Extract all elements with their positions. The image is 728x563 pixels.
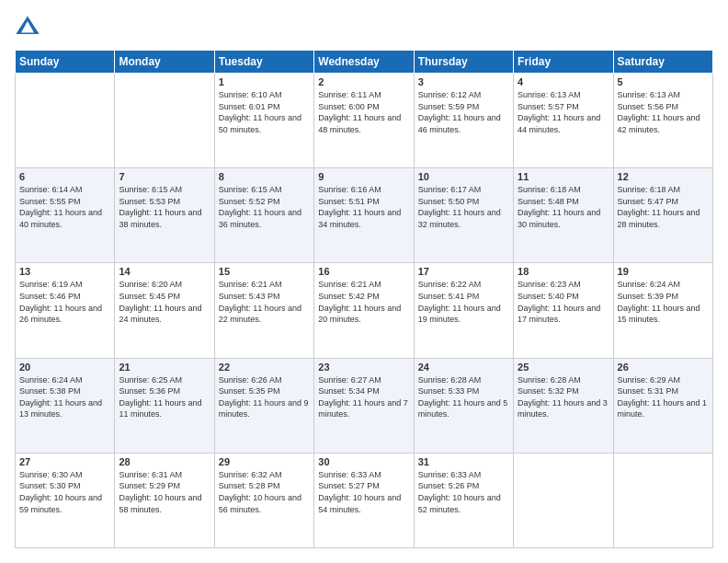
- calendar-cell: [16, 74, 115, 168]
- calendar-week-4: 20Sunrise: 6:24 AM Sunset: 5:38 PM Dayli…: [16, 358, 713, 453]
- calendar-cell: 26Sunrise: 6:29 AM Sunset: 5:31 PM Dayli…: [613, 358, 712, 453]
- day-number: 5: [618, 76, 709, 87]
- day-info: Sunrise: 6:27 AM Sunset: 5:34 PM Dayligh…: [318, 374, 409, 420]
- day-info: Sunrise: 6:24 AM Sunset: 5:39 PM Dayligh…: [618, 279, 709, 325]
- calendar-table: SundayMondayTuesdayWednesdayThursdayFrid…: [15, 50, 713, 548]
- calendar-cell: 23Sunrise: 6:27 AM Sunset: 5:34 PM Dayli…: [314, 358, 414, 453]
- day-info: Sunrise: 6:12 AM Sunset: 5:59 PM Dayligh…: [418, 89, 509, 135]
- page: SundayMondayTuesdayWednesdayThursdayFrid…: [0, 0, 728, 563]
- day-info: Sunrise: 6:28 AM Sunset: 5:33 PM Dayligh…: [418, 374, 509, 420]
- calendar-cell: 7Sunrise: 6:15 AM Sunset: 5:53 PM Daylig…: [115, 168, 214, 263]
- day-info: Sunrise: 6:33 AM Sunset: 5:27 PM Dayligh…: [318, 469, 409, 515]
- calendar-header-monday: Monday: [115, 51, 214, 74]
- calendar-header-thursday: Thursday: [414, 51, 513, 74]
- calendar-cell: 3Sunrise: 6:12 AM Sunset: 5:59 PM Daylig…: [414, 74, 513, 168]
- day-number: 25: [518, 362, 609, 373]
- calendar-cell: 2Sunrise: 6:11 AM Sunset: 6:00 PM Daylig…: [314, 74, 414, 168]
- calendar-cell: 12Sunrise: 6:18 AM Sunset: 5:47 PM Dayli…: [613, 168, 712, 263]
- calendar-header-saturday: Saturday: [613, 51, 712, 74]
- day-number: 28: [119, 456, 210, 467]
- calendar-week-2: 6Sunrise: 6:14 AM Sunset: 5:55 PM Daylig…: [16, 168, 713, 263]
- day-info: Sunrise: 6:16 AM Sunset: 5:51 PM Dayligh…: [318, 184, 409, 230]
- calendar-cell: 1Sunrise: 6:10 AM Sunset: 6:01 PM Daylig…: [214, 74, 313, 168]
- day-number: 23: [318, 362, 409, 373]
- calendar-cell: 22Sunrise: 6:26 AM Sunset: 5:35 PM Dayli…: [214, 358, 313, 453]
- day-number: 3: [418, 76, 509, 87]
- day-info: Sunrise: 6:18 AM Sunset: 5:47 PM Dayligh…: [618, 184, 709, 230]
- header: [15, 15, 713, 40]
- calendar-cell: [514, 453, 613, 547]
- calendar-cell: 10Sunrise: 6:17 AM Sunset: 5:50 PM Dayli…: [414, 168, 513, 263]
- day-number: 10: [418, 171, 509, 182]
- day-number: 27: [19, 456, 110, 467]
- day-info: Sunrise: 6:19 AM Sunset: 5:46 PM Dayligh…: [19, 279, 110, 325]
- calendar-week-5: 27Sunrise: 6:30 AM Sunset: 5:30 PM Dayli…: [16, 453, 713, 547]
- day-info: Sunrise: 6:20 AM Sunset: 5:45 PM Dayligh…: [119, 279, 210, 325]
- day-info: Sunrise: 6:30 AM Sunset: 5:30 PM Dayligh…: [19, 469, 110, 515]
- day-info: Sunrise: 6:17 AM Sunset: 5:50 PM Dayligh…: [418, 184, 509, 230]
- day-number: 30: [318, 456, 409, 467]
- calendar-cell: 28Sunrise: 6:31 AM Sunset: 5:29 PM Dayli…: [115, 453, 214, 547]
- day-number: 6: [19, 171, 110, 182]
- calendar-cell: 21Sunrise: 6:25 AM Sunset: 5:36 PM Dayli…: [115, 358, 214, 453]
- calendar-cell: 30Sunrise: 6:33 AM Sunset: 5:27 PM Dayli…: [314, 453, 414, 547]
- day-info: Sunrise: 6:22 AM Sunset: 5:41 PM Dayligh…: [418, 279, 509, 325]
- day-number: 11: [518, 171, 609, 182]
- day-info: Sunrise: 6:13 AM Sunset: 5:56 PM Dayligh…: [618, 89, 709, 135]
- day-number: 13: [19, 266, 110, 277]
- day-number: 15: [219, 266, 310, 277]
- day-number: 22: [219, 362, 310, 373]
- day-info: Sunrise: 6:32 AM Sunset: 5:28 PM Dayligh…: [219, 469, 310, 515]
- day-number: 12: [618, 171, 709, 182]
- calendar-week-3: 13Sunrise: 6:19 AM Sunset: 5:46 PM Dayli…: [16, 263, 713, 358]
- day-number: 2: [318, 76, 409, 87]
- day-info: Sunrise: 6:24 AM Sunset: 5:38 PM Dayligh…: [19, 374, 110, 420]
- day-number: 24: [418, 362, 509, 373]
- calendar-cell: 4Sunrise: 6:13 AM Sunset: 5:57 PM Daylig…: [514, 74, 613, 168]
- day-info: Sunrise: 6:21 AM Sunset: 5:43 PM Dayligh…: [219, 279, 310, 325]
- logo-icon: [15, 15, 40, 40]
- day-info: Sunrise: 6:10 AM Sunset: 6:01 PM Dayligh…: [219, 89, 310, 135]
- day-info: Sunrise: 6:13 AM Sunset: 5:57 PM Dayligh…: [518, 89, 609, 135]
- day-info: Sunrise: 6:11 AM Sunset: 6:00 PM Dayligh…: [318, 89, 409, 135]
- calendar-cell: 24Sunrise: 6:28 AM Sunset: 5:33 PM Dayli…: [414, 358, 513, 453]
- day-number: 29: [219, 456, 310, 467]
- day-number: 31: [418, 456, 509, 467]
- day-number: 21: [119, 362, 210, 373]
- calendar-cell: 5Sunrise: 6:13 AM Sunset: 5:56 PM Daylig…: [613, 74, 712, 168]
- day-number: 8: [219, 171, 310, 182]
- calendar-header-row: SundayMondayTuesdayWednesdayThursdayFrid…: [16, 51, 713, 74]
- calendar-cell: 14Sunrise: 6:20 AM Sunset: 5:45 PM Dayli…: [115, 263, 214, 358]
- calendar-header-friday: Friday: [514, 51, 613, 74]
- day-number: 19: [618, 266, 709, 277]
- day-info: Sunrise: 6:25 AM Sunset: 5:36 PM Dayligh…: [119, 374, 210, 420]
- day-info: Sunrise: 6:33 AM Sunset: 5:26 PM Dayligh…: [418, 469, 509, 515]
- calendar-cell: 19Sunrise: 6:24 AM Sunset: 5:39 PM Dayli…: [613, 263, 712, 358]
- day-number: 18: [518, 266, 609, 277]
- calendar-cell: 13Sunrise: 6:19 AM Sunset: 5:46 PM Dayli…: [16, 263, 115, 358]
- day-info: Sunrise: 6:15 AM Sunset: 5:52 PM Dayligh…: [219, 184, 310, 230]
- logo: [15, 15, 44, 40]
- calendar-cell: 9Sunrise: 6:16 AM Sunset: 5:51 PM Daylig…: [314, 168, 414, 263]
- day-info: Sunrise: 6:31 AM Sunset: 5:29 PM Dayligh…: [119, 469, 210, 515]
- day-info: Sunrise: 6:18 AM Sunset: 5:48 PM Dayligh…: [518, 184, 609, 230]
- calendar-header-tuesday: Tuesday: [214, 51, 313, 74]
- day-number: 26: [618, 362, 709, 373]
- calendar-cell: 27Sunrise: 6:30 AM Sunset: 5:30 PM Dayli…: [16, 453, 115, 547]
- calendar-header-sunday: Sunday: [16, 51, 115, 74]
- calendar-cell: 20Sunrise: 6:24 AM Sunset: 5:38 PM Dayli…: [16, 358, 115, 453]
- calendar-cell: 15Sunrise: 6:21 AM Sunset: 5:43 PM Dayli…: [214, 263, 313, 358]
- calendar-cell: 25Sunrise: 6:28 AM Sunset: 5:32 PM Dayli…: [514, 358, 613, 453]
- day-info: Sunrise: 6:15 AM Sunset: 5:53 PM Dayligh…: [119, 184, 210, 230]
- calendar-cell: 8Sunrise: 6:15 AM Sunset: 5:52 PM Daylig…: [214, 168, 313, 263]
- day-info: Sunrise: 6:29 AM Sunset: 5:31 PM Dayligh…: [618, 374, 709, 420]
- day-number: 17: [418, 266, 509, 277]
- day-number: 14: [119, 266, 210, 277]
- day-info: Sunrise: 6:28 AM Sunset: 5:32 PM Dayligh…: [518, 374, 609, 420]
- day-number: 20: [19, 362, 110, 373]
- day-number: 9: [318, 171, 409, 182]
- day-info: Sunrise: 6:14 AM Sunset: 5:55 PM Dayligh…: [19, 184, 110, 230]
- calendar-cell: 17Sunrise: 6:22 AM Sunset: 5:41 PM Dayli…: [414, 263, 513, 358]
- calendar-cell: 18Sunrise: 6:23 AM Sunset: 5:40 PM Dayli…: [514, 263, 613, 358]
- day-info: Sunrise: 6:21 AM Sunset: 5:42 PM Dayligh…: [318, 279, 409, 325]
